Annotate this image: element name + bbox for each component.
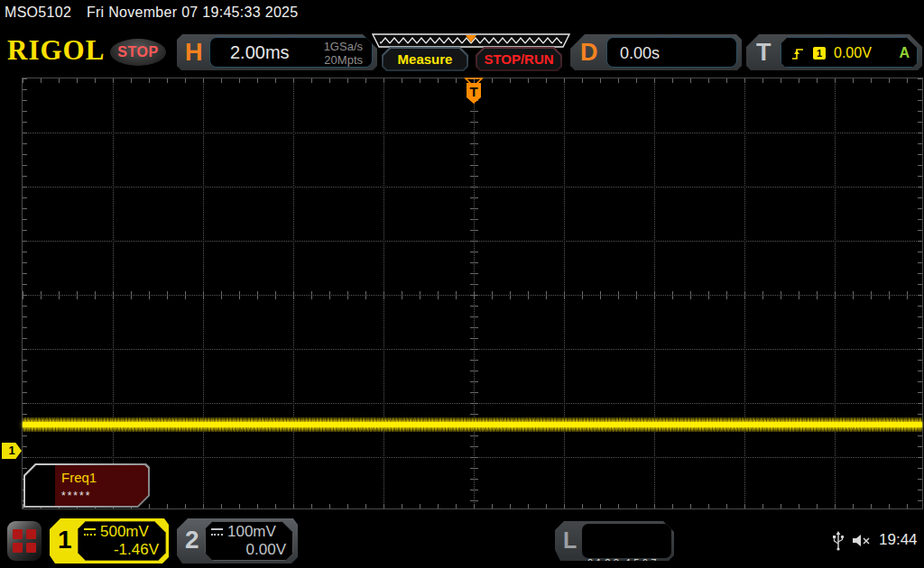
waveform-overview-bar[interactable] xyxy=(372,33,570,48)
memory-depth: 20Mpts xyxy=(324,53,363,67)
header-bar: RIGOL STOP H 2.00ms 1GSa/s 20Mpts xyxy=(0,27,924,74)
delay-panel[interactable]: D 0.00s xyxy=(570,34,742,70)
measurement-panel-freq1[interactable]: Freq1 ***** xyxy=(23,463,150,508)
overview-svg xyxy=(372,33,570,48)
channel1-offset: -1.46V xyxy=(84,541,159,560)
sample-rate: 1GSa/s xyxy=(324,40,363,53)
delay-value: 0.00s xyxy=(620,44,660,63)
system-tray: 19:44 xyxy=(832,527,922,554)
channel2-status-box[interactable]: 2 100mV 0.00V xyxy=(177,518,298,563)
channel1-scale: 500mV xyxy=(100,523,149,541)
model-name: MSO5102 xyxy=(5,5,71,20)
timebase-value: 2.00ms xyxy=(230,42,290,63)
channel1-readout: 500mV -1.46V xyxy=(78,521,166,561)
dc-coupling-icon xyxy=(211,528,223,536)
dc-coupling-icon xyxy=(84,528,96,536)
rigol-logo: RIGOL xyxy=(7,34,105,67)
edge-trigger-icon xyxy=(790,46,805,61)
horizontal-label: H xyxy=(185,39,203,67)
channel1-status-box[interactable]: 1 500mV -1.46V xyxy=(50,518,169,563)
acquisition-rates: 1GSa/s 20Mpts xyxy=(324,40,363,67)
trigger-level-value: 0.00V xyxy=(834,45,872,61)
trigger-mode-auto: A xyxy=(899,45,910,61)
center-axis-ticks-vertical xyxy=(470,78,478,508)
channel1-waveform-trace xyxy=(23,422,922,427)
horizontal-inner-box: 2.00ms 1GSa/s 20Mpts xyxy=(209,37,373,68)
measure-button[interactable]: Measure xyxy=(382,47,468,71)
measurement-panel-inner: Freq1 ***** xyxy=(25,465,148,506)
measure-button-label: Measure xyxy=(383,49,467,69)
logic-label: L xyxy=(563,527,577,554)
channel1-number: 1 xyxy=(58,526,72,554)
speaker-muted-icon xyxy=(852,533,872,548)
datetime-text: Fri November 07 19:45:33 2025 xyxy=(87,5,299,20)
stop-run-button[interactable]: STOP/RUN xyxy=(476,47,562,71)
status-bar: MSO5102 Fri November 07 19:45:33 2025 xyxy=(0,0,924,27)
clock-text: 19:44 xyxy=(879,531,918,549)
channel2-readout: 100mV 0.00V xyxy=(205,521,293,561)
usb-icon xyxy=(832,530,845,551)
logic-row-0-7: 0 1 2 3 4 5 6 7 xyxy=(587,555,671,568)
trigger-panel[interactable]: T 1 0.00V A xyxy=(746,34,922,70)
measurement-value: ***** xyxy=(61,490,91,502)
horizontal-panel[interactable]: H 2.00ms 1GSa/s 20Mpts xyxy=(177,34,377,70)
trigger-source-badge: 1 xyxy=(813,47,826,60)
delay-label: D xyxy=(580,39,598,67)
channel2-offset: 0.00V xyxy=(211,541,286,560)
graticule: T xyxy=(22,78,923,509)
channel2-number: 2 xyxy=(185,526,199,554)
stop-run-button-label: STOP/RUN xyxy=(477,49,560,69)
trigger-inner-box: 1 0.00V A xyxy=(781,37,918,68)
trigger-marker-letter: T xyxy=(469,84,477,99)
logic-channels-box[interactable]: L 0 1 2 3 4 5 6 7 8 9 10 11 12 13 14 15 xyxy=(555,521,674,561)
channel2-scale: 100mV xyxy=(227,523,276,541)
menu-grid-button[interactable] xyxy=(7,521,42,561)
trigger-position-marker[interactable]: T xyxy=(462,78,485,106)
measurement-name: Freq1 xyxy=(61,470,97,485)
channel1-offset-marker[interactable]: 1 xyxy=(2,443,22,459)
oscilloscope-screen: MSO5102 Fri November 07 19:45:33 2025 RI… xyxy=(0,0,924,568)
menu-grid-icon xyxy=(13,529,36,553)
trigger-label: T xyxy=(756,39,772,67)
delay-inner-box: 0.00s xyxy=(606,37,737,68)
run-state-badge: STOP xyxy=(110,39,166,66)
logic-channel-list: 0 1 2 3 4 5 6 7 8 9 10 11 12 13 14 15 xyxy=(582,524,671,558)
